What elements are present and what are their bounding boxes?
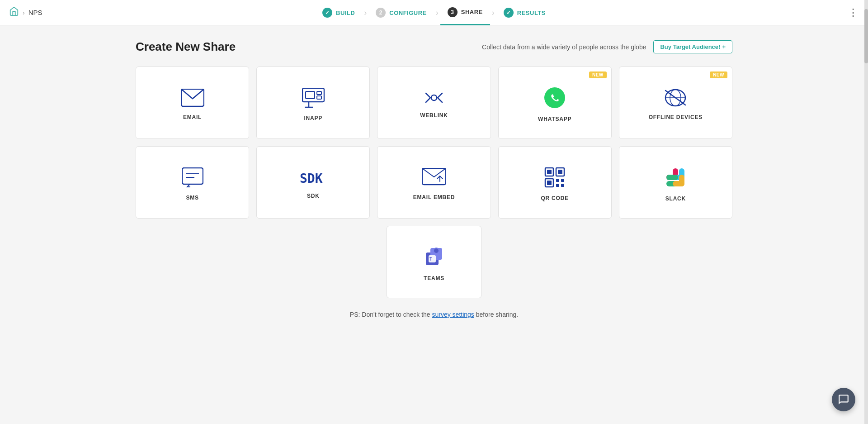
svg-point-7 [544,87,565,108]
card-slack-label: SLACK [665,195,686,202]
qrcode-icon [544,167,565,188]
step-share-circle: 3 [448,7,458,17]
stepper: ✓ BUILD › 2 CONFIGURE › 3 SHARE › ✓ RESU… [315,0,553,25]
step-sep-2: › [434,8,440,18]
emailembed-icon [422,168,446,187]
step-configure-circle: 2 [376,8,386,18]
card-sdk-label: SDK [307,193,320,199]
chat-button[interactable] [832,388,855,411]
card-inapp-label: INAPP [304,115,322,121]
step-results-label: RESULTS [517,10,546,16]
slack-icon [665,167,686,188]
svg-rect-24 [556,179,559,182]
svg-rect-26 [556,184,559,187]
more-menu-button[interactable]: ⋮ [848,7,859,19]
survey-settings-link[interactable]: survey settings [432,311,474,318]
svg-text:SDK: SDK [300,171,323,186]
card-weblink[interactable]: WEBLINK [377,67,491,139]
svg-rect-21 [558,170,562,174]
step-configure[interactable]: 2 CONFIGURE [368,0,434,25]
card-email[interactable]: EMAIL [136,67,249,139]
svg-text:T: T [429,257,432,262]
svg-rect-35 [673,181,684,186]
card-whatsapp[interactable]: NEW WHATSAPP [498,67,612,139]
teams-icon: T [422,246,446,268]
svg-rect-12 [182,168,203,184]
svg-rect-4 [317,96,321,99]
ps-note-prefix: PS: Don't forget to check the [350,311,432,318]
ps-note: PS: Don't forget to check the survey set… [136,311,732,318]
svg-point-39 [434,248,439,253]
svg-rect-19 [547,170,552,174]
ps-note-suffix: before sharing. [474,311,518,318]
page-title: Create New Share [136,40,236,54]
svg-rect-23 [547,181,552,185]
whatsapp-icon [544,87,566,109]
card-inapp[interactable]: INAPP [256,67,370,139]
card-emailembed-label: EMAIL EMBED [413,194,455,200]
cards-row3: T TEAMS [136,226,732,298]
svg-rect-3 [317,91,321,95]
sdk-icon: SDK [300,169,327,186]
header-right: Collect data from a wide variety of peop… [482,40,732,53]
svg-rect-27 [561,184,564,187]
cards-row1: EMAIL INAPP [136,67,732,139]
svg-rect-2 [306,91,315,99]
home-icon[interactable] [9,6,19,19]
plus-icon: + [722,43,726,50]
breadcrumb-separator: › [23,9,25,16]
card-offline[interactable]: NEW OFFLINE DEVICES [619,67,732,139]
collect-text: Collect data from a wide variety of peop… [482,43,646,51]
step-build[interactable]: ✓ BUILD [315,0,362,25]
card-weblink-label: WEBLINK [420,112,448,119]
card-qrcode-label: QR CODE [541,195,569,201]
breadcrumb-label: NPS [28,9,42,16]
whatsapp-new-badge: NEW [589,71,607,78]
main-content: Create New Share Collect data from a wid… [118,25,750,333]
card-qrcode[interactable]: QR CODE [498,146,612,219]
svg-rect-25 [561,179,564,182]
scrollbar[interactable] [864,0,868,424]
card-whatsapp-label: WHATSAPP [538,116,571,122]
step-build-label: BUILD [336,10,355,16]
inapp-icon [302,88,325,108]
email-icon [181,89,204,107]
card-teams[interactable]: T TEAMS [387,226,481,298]
step-sep-3: › [490,8,496,18]
buy-target-audience-button[interactable]: Buy Target Audience! + [653,40,732,53]
card-slack[interactable]: SLACK [619,146,732,219]
top-nav: › NPS ✓ BUILD › 2 CONFIGURE › 3 SHARE › … [0,0,868,25]
card-emailembed[interactable]: EMAIL EMBED [377,146,491,219]
step-build-circle: ✓ [322,8,332,18]
step-configure-label: CONFIGURE [389,10,427,16]
step-share[interactable]: 3 SHARE [440,0,490,25]
card-sdk[interactable]: SDK SDK [256,146,370,219]
card-email-label: EMAIL [183,114,202,120]
offline-icon [664,89,687,107]
scrollbar-thumb[interactable] [864,9,868,63]
chat-icon [838,394,849,405]
weblink-icon [422,91,446,105]
cards-row2: SMS SDK SDK EMAIL EMBED [136,146,732,219]
step-results-circle: ✓ [504,8,514,18]
card-teams-label: TEAMS [424,275,444,281]
step-share-label: SHARE [461,9,483,15]
page-header: Create New Share Collect data from a wid… [136,40,732,54]
sms-icon [182,167,203,187]
offline-new-badge: NEW [710,71,727,78]
svg-rect-32 [666,175,678,180]
step-results[interactable]: ✓ RESULTS [496,0,553,25]
step-sep-1: › [362,8,368,18]
breadcrumb: › NPS [9,6,42,19]
card-offline-label: OFFLINE DEVICES [649,114,703,120]
card-sms[interactable]: SMS [136,146,249,219]
card-sms-label: SMS [186,195,198,201]
